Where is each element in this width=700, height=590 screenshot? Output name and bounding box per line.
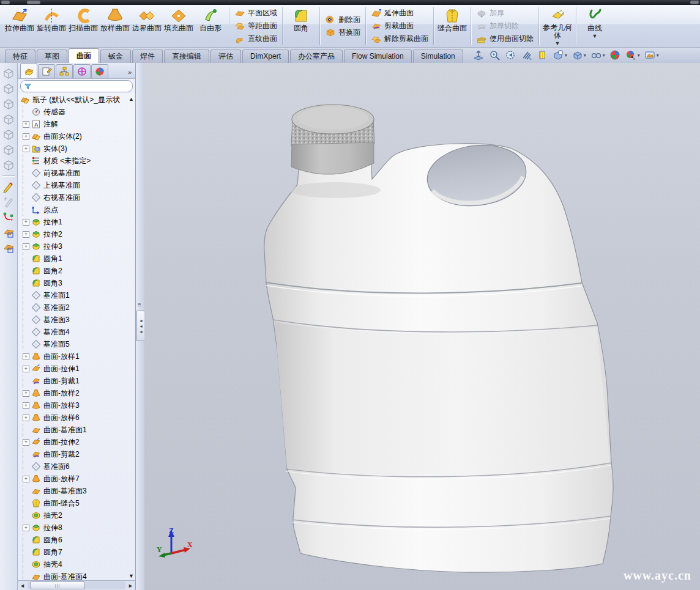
dropdown-arrow[interactable]: ▾ bbox=[638, 53, 640, 58]
tree-item-抽壳2[interactable]: 抽壳2 bbox=[18, 509, 135, 522]
filter-input[interactable] bbox=[20, 80, 133, 92]
tree-item-拉伸2[interactable]: +拉伸2 bbox=[18, 228, 135, 240]
tab-特征[interactable]: 特征 bbox=[5, 50, 35, 63]
expand-toggle[interactable]: + bbox=[23, 439, 29, 446]
extend-surface-button[interactable]: 延伸曲面 bbox=[368, 7, 431, 20]
tab-评估[interactable]: 评估 bbox=[210, 50, 241, 63]
hscroll-left-arrow[interactable]: ◄ bbox=[18, 583, 27, 589]
tree-item-基准面6[interactable]: 基准面6 bbox=[18, 460, 135, 473]
tree-item-曲面-剪裁1[interactable]: 曲面-剪裁1 bbox=[18, 375, 135, 387]
lofted-surface-button[interactable]: 放样曲面 bbox=[99, 6, 131, 46]
section-view-button[interactable] bbox=[521, 50, 532, 61]
tree-item-曲面-拉伸1[interactable]: +曲面-拉伸1 bbox=[18, 363, 135, 375]
ruled-surface-button[interactable]: 直纹曲面 bbox=[232, 33, 280, 45]
tree-item-传感器[interactable]: 传感器 bbox=[18, 106, 135, 118]
freeform-button[interactable]: 自由形 bbox=[195, 6, 226, 46]
tree-item-基准面3[interactable]: 基准面3 bbox=[18, 314, 135, 326]
surface-shortcut-2-button[interactable] bbox=[2, 241, 15, 254]
view-settings-button[interactable]: ▾ bbox=[644, 50, 659, 61]
panel-tab-property-manager[interactable] bbox=[38, 64, 55, 78]
expand-toggle[interactable]: + bbox=[23, 146, 29, 152]
previous-view-button[interactable] bbox=[505, 50, 516, 61]
replace-face-button[interactable]: 替换面 bbox=[322, 26, 363, 39]
tab-焊件[interactable]: 焊件 bbox=[132, 50, 163, 63]
tree-item-曲面-缝合5[interactable]: 曲面-缝合5 bbox=[18, 497, 135, 509]
tab-Simulation[interactable]: Simulation bbox=[413, 50, 463, 63]
tab-办公室产品[interactable]: 办公室产品 bbox=[290, 50, 343, 63]
dropdown-arrow[interactable]: ▾ bbox=[603, 53, 605, 58]
expand-toggle[interactable]: + bbox=[23, 353, 29, 360]
curves-button[interactable]: 曲线▼ bbox=[579, 6, 611, 46]
tree-item-原点[interactable]: 原点 bbox=[18, 204, 135, 216]
dropdown-arrow[interactable]: ▾ bbox=[565, 53, 567, 58]
tree-item-曲面-基准面3[interactable]: 曲面-基准面3 bbox=[18, 485, 135, 497]
expand-toggle[interactable]: + bbox=[23, 121, 29, 128]
tree-item-曲面-放样1[interactable]: +曲面-放样1 bbox=[18, 350, 135, 363]
splitter-grip[interactable]: ≡ bbox=[138, 301, 141, 308]
dropdown-arrow[interactable]: ▾ bbox=[584, 53, 586, 58]
panel-tab-dimxpert-manager[interactable] bbox=[73, 64, 91, 78]
panel-tab-display-manager[interactable] bbox=[91, 64, 108, 78]
zebra-stripes-button[interactable] bbox=[537, 50, 548, 61]
tree-item-上视基准面[interactable]: 上视基准面 bbox=[18, 179, 135, 191]
tree-item-曲面-放样2[interactable]: +曲面-放样2 bbox=[18, 387, 135, 399]
tab-DimXpert[interactable]: DimXpert bbox=[242, 50, 289, 63]
hide-show-items-button[interactable]: ▾ bbox=[590, 50, 605, 61]
curve-through-points-button[interactable] bbox=[2, 210, 15, 224]
model-bottle[interactable] bbox=[144, 63, 700, 590]
tree-item-曲面-剪裁2[interactable]: 曲面-剪裁2 bbox=[18, 448, 135, 460]
tree-item-圆角6[interactable]: 圆角6 bbox=[18, 534, 135, 546]
tab-Flow Simulation[interactable]: Flow Simulation bbox=[344, 50, 412, 63]
edit-appearance-button[interactable] bbox=[609, 50, 621, 61]
view-orientation-button[interactable]: ▾ bbox=[553, 50, 567, 61]
hscroll-right-arrow[interactable]: ► bbox=[126, 583, 135, 589]
apply-scene-button[interactable]: ▾ bbox=[625, 50, 640, 61]
tab-钣金[interactable]: 钣金 bbox=[100, 50, 131, 63]
tree-item-曲面-放样3[interactable]: +曲面-放样3 bbox=[18, 399, 135, 411]
display-style-button[interactable]: ▾ bbox=[572, 50, 586, 61]
tree-item-圆角3[interactable]: 圆角3 bbox=[18, 277, 135, 289]
panel-tabs-overflow[interactable]: » bbox=[128, 68, 134, 78]
panel-tab-features-manager[interactable] bbox=[20, 63, 37, 78]
expand-toggle[interactable]: + bbox=[23, 243, 29, 250]
expand-toggle[interactable]: + bbox=[23, 525, 29, 531]
hscroll-track[interactable]: ||| bbox=[28, 581, 125, 589]
expand-toggle[interactable]: + bbox=[23, 476, 29, 482]
fillet-button[interactable]: 圆角 bbox=[285, 6, 317, 46]
tree-item-曲面-拉伸2[interactable]: +曲面-拉伸2 bbox=[18, 436, 135, 448]
tree-item-基准面2[interactable]: 基准面2 bbox=[18, 301, 135, 314]
tree-item-拉伸3[interactable]: +拉伸3 bbox=[18, 240, 135, 253]
tree-item-右视基准面[interactable]: 右视基准面 bbox=[18, 191, 135, 204]
tree-root-item[interactable]: 瓶子 (默认<<默认>_显示状 bbox=[18, 94, 135, 106]
tree-item-拉伸8[interactable]: +拉伸8 bbox=[18, 522, 135, 534]
untrim-surface-button[interactable]: 解除剪裁曲面 bbox=[368, 33, 431, 45]
zoom-to-area-button[interactable] bbox=[489, 50, 501, 61]
tab-直接编辑[interactable]: 直接编辑 bbox=[164, 50, 209, 63]
bottle-cap[interactable] bbox=[291, 105, 374, 174]
delete-face-button[interactable]: 删除面 bbox=[322, 13, 363, 26]
expand-toggle[interactable]: + bbox=[23, 390, 29, 397]
revolved-surface-button[interactable]: 旋转曲面 bbox=[35, 6, 67, 46]
tree-item-基准面4[interactable]: 基准面4 bbox=[18, 326, 135, 338]
tree-item-圆角1[interactable]: 圆角1 bbox=[18, 253, 135, 265]
expand-toggle[interactable]: + bbox=[23, 366, 29, 372]
dropdown-arrow[interactable]: ▼ bbox=[555, 41, 560, 46]
hscroll-thumb[interactable]: ||| bbox=[30, 581, 85, 589]
expand-toggle[interactable]: + bbox=[23, 415, 29, 421]
tree-item-曲面-基准面1[interactable]: 曲面-基准面1 bbox=[18, 424, 135, 436]
tab-曲面[interactable]: 曲面 bbox=[69, 48, 99, 63]
surface-shortcut-1-button[interactable] bbox=[2, 226, 15, 239]
tree-item-基准面1[interactable]: 基准面1 bbox=[18, 289, 135, 301]
tree-item-抽壳4[interactable]: 抽壳4 bbox=[18, 558, 135, 570]
sketch-button[interactable] bbox=[2, 180, 15, 193]
panel-splitter[interactable]: ≡ ◄◄◄ bbox=[136, 63, 144, 590]
boundary-surface-button[interactable]: 边界曲面 bbox=[131, 6, 163, 46]
tree-item-曲面实体(2)[interactable]: +曲面实体(2) bbox=[18, 130, 135, 142]
swept-surface-button[interactable]: 扫描曲面 bbox=[67, 6, 99, 46]
tree-item-前视基准面[interactable]: 前视基准面 bbox=[18, 167, 135, 179]
expand-toggle[interactable]: + bbox=[23, 231, 29, 238]
tree-item-曲面-放样7[interactable]: +曲面-放样7 bbox=[18, 473, 135, 485]
panel-tab-configuration-manager[interactable] bbox=[56, 64, 73, 78]
planar-surface-button[interactable]: 平面区域 bbox=[232, 7, 280, 20]
tree-item-圆角7[interactable]: 圆角7 bbox=[18, 546, 135, 558]
